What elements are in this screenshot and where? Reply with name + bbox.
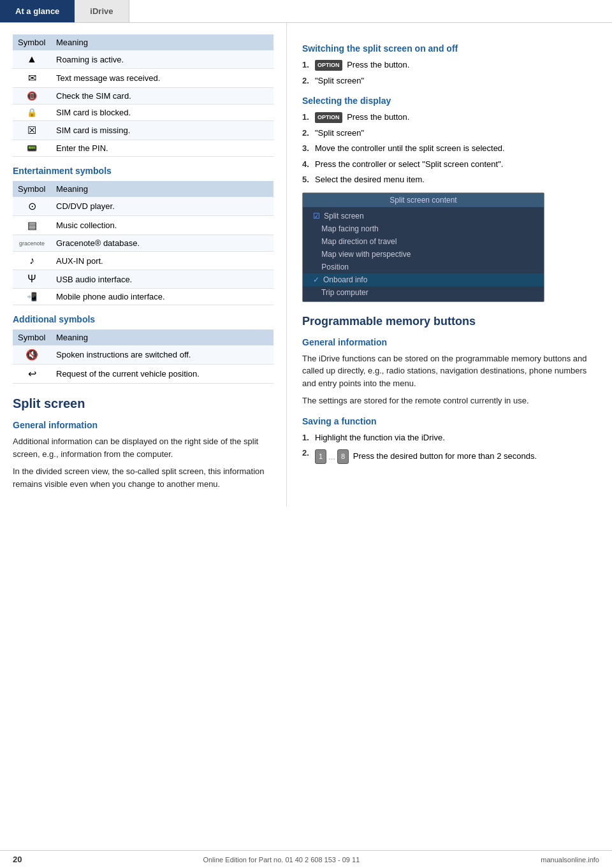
saving-steps: 1. Highlight the function via the iDrive… xyxy=(302,431,599,467)
list-item: 1. OPTION Press the button. xyxy=(302,111,599,124)
sym-icon: ✉ xyxy=(13,69,51,88)
sym-meaning: Roaming is active. xyxy=(51,50,273,69)
sym-meaning: SIM card is blocked. xyxy=(51,105,273,121)
sym-meaning: Text message was received. xyxy=(51,69,273,88)
additional-table: Symbol Meaning 🔇 Spoken instructions are… xyxy=(13,329,273,384)
sym-icon: 📲 xyxy=(13,289,51,305)
option-icon: OPTION xyxy=(315,60,342,71)
memory-button-icon: 1 ... 8 xyxy=(315,449,351,464)
list-item: 2. "Split screen" xyxy=(302,75,599,87)
right-column: Switching the split screen on and off 1.… xyxy=(287,23,612,507)
list-item: 4. Press the controller or select "Split… xyxy=(302,158,599,171)
sym-meaning: CD/DVD player. xyxy=(51,197,273,216)
table-row: gracenote Gracenote® database. xyxy=(13,235,273,252)
selecting-steps: 1. OPTION Press the button. 2. "Split sc… xyxy=(302,111,599,186)
col-meaning: Meaning xyxy=(51,329,273,345)
entertainment-table: Symbol Meaning ⊙ CD/DVD player. ▤ Music … xyxy=(13,181,273,305)
prog-para2: The settings are stored for the remote c… xyxy=(302,394,599,407)
sym-icon: 🔇 xyxy=(13,345,51,365)
list-item: 1. Highlight the function via the iDrive… xyxy=(302,431,599,444)
sym-meaning: USB audio interface. xyxy=(51,270,273,289)
selecting-heading: Selecting the display xyxy=(302,96,599,106)
split-screen-para1: Additional information can be displayed … xyxy=(13,435,273,460)
list-item: 1. OPTION Press the button. xyxy=(302,59,599,71)
sym-meaning: AUX-IN port. xyxy=(51,252,273,270)
table-row: 📲 Mobile phone audio interface. xyxy=(13,289,273,305)
sym-icon: ⊙ xyxy=(13,197,51,216)
list-item: 3. Move the controller until the split s… xyxy=(302,142,599,155)
sym-icon: gracenote xyxy=(13,235,51,252)
main-content: Symbol Meaning ▲ Roaming is active. ✉ Te… xyxy=(0,23,612,507)
sym-icon: 📟 xyxy=(13,140,51,157)
menu-item-trip-computer: Trip computer xyxy=(303,286,544,299)
sym-icon: ☒ xyxy=(13,121,51,140)
menu-item-split-screen: ☑ Split screen xyxy=(303,210,544,222)
tab-at-a-glance[interactable]: At a glance xyxy=(0,0,75,22)
col-meaning: Meaning xyxy=(51,181,273,197)
sym-meaning: Gracenote® database. xyxy=(51,235,273,252)
split-screen-screenshot: Split screen content ☑ Split screen Map … xyxy=(302,192,544,302)
menu-item-map-direction: Map direction of travel xyxy=(303,235,544,248)
table-row: 🔒 SIM card is blocked. xyxy=(13,105,273,121)
sym-meaning: Enter the PIN. xyxy=(51,140,273,157)
table-row: ↩ Request of the current vehicle positio… xyxy=(13,365,273,384)
list-item: 2. "Split screen" xyxy=(302,127,599,140)
prog-general-heading: General information xyxy=(302,337,599,347)
table-row: 🔇 Spoken instructions are switched off. xyxy=(13,345,273,365)
switching-heading: Switching the split screen on and off xyxy=(302,43,599,54)
menu-item-position: Position xyxy=(303,261,544,273)
sym-icon: ♪ xyxy=(13,252,51,270)
split-screen-content-title: Split screen content xyxy=(303,193,544,207)
additional-heading: Additional symbols xyxy=(13,314,273,324)
table-row: ♪ AUX-IN port. xyxy=(13,252,273,270)
col-meaning: Meaning xyxy=(51,34,273,50)
left-column: Symbol Meaning ▲ Roaming is active. ✉ Te… xyxy=(0,23,287,507)
header: At a glance iDrive xyxy=(0,0,612,23)
col-symbol: Symbol xyxy=(13,329,51,345)
sym-icon: ▤ xyxy=(13,216,51,235)
menu-item-map-perspective: Map view with perspective xyxy=(303,248,544,261)
footer-text: Online Edition for Part no. 01 40 2 608 … xyxy=(203,856,360,864)
programmable-heading: Programmable memory buttons xyxy=(302,315,599,328)
table-row: ☒ SIM card is missing. xyxy=(13,121,273,140)
sym-meaning: Mobile phone audio interface. xyxy=(51,289,273,305)
table-row: 📵 Check the SIM card. xyxy=(13,88,273,105)
prog-para1: The iDrive functions can be stored on th… xyxy=(302,352,599,390)
sym-meaning: Spoken instructions are switched off. xyxy=(51,345,273,365)
tab-idrive[interactable]: iDrive xyxy=(75,0,129,22)
sym-icon: 📵 xyxy=(13,88,51,105)
list-item: 2. 1 ... 8 Press the desired button for … xyxy=(302,447,599,467)
brand-text: manualsonline.info xyxy=(541,856,599,864)
option-icon: OPTION xyxy=(315,112,342,124)
list-item: 5. Select the desired menu item. xyxy=(302,173,599,186)
table-row: ▲ Roaming is active. xyxy=(13,50,273,69)
table-row: ▤ Music collection. xyxy=(13,216,273,235)
sym-icon: 🔒 xyxy=(13,105,51,121)
sym-icon: ↩ xyxy=(13,365,51,384)
split-screen-heading: Split screen xyxy=(13,396,273,411)
split-screen-menu: ☑ Split screen Map facing north Map dire… xyxy=(303,207,544,301)
menu-item-onboard-info: ✓ Onboard info xyxy=(303,273,544,286)
entertainment-heading: Entertainment symbols xyxy=(13,166,273,176)
sym-meaning: Request of the current vehicle position. xyxy=(51,365,273,384)
table-row: ⊙ CD/DVD player. xyxy=(13,197,273,216)
sym-meaning: Music collection. xyxy=(51,216,273,235)
table-row: ✉ Text message was received. xyxy=(13,69,273,88)
telecom-table: Symbol Meaning ▲ Roaming is active. ✉ Te… xyxy=(13,34,273,157)
page-number: 20 xyxy=(13,855,22,864)
saving-heading: Saving a function xyxy=(302,416,599,426)
split-screen-general-heading: General information xyxy=(13,420,273,430)
sym-meaning: Check the SIM card. xyxy=(51,88,273,105)
menu-item-map-north: Map facing north xyxy=(303,222,544,235)
split-screen-para2: In the divided screen view, the so-calle… xyxy=(13,465,273,490)
footer: 20 Online Edition for Part no. 01 40 2 6… xyxy=(0,850,612,868)
table-row: 📟 Enter the PIN. xyxy=(13,140,273,157)
switching-steps: 1. OPTION Press the button. 2. "Split sc… xyxy=(302,59,599,87)
col-symbol: Symbol xyxy=(13,34,51,50)
col-symbol: Symbol xyxy=(13,181,51,197)
sym-icon: ▲ xyxy=(13,50,51,69)
table-row: Ψ USB audio interface. xyxy=(13,270,273,289)
sym-meaning: SIM card is missing. xyxy=(51,121,273,140)
sym-icon: Ψ xyxy=(13,270,51,289)
